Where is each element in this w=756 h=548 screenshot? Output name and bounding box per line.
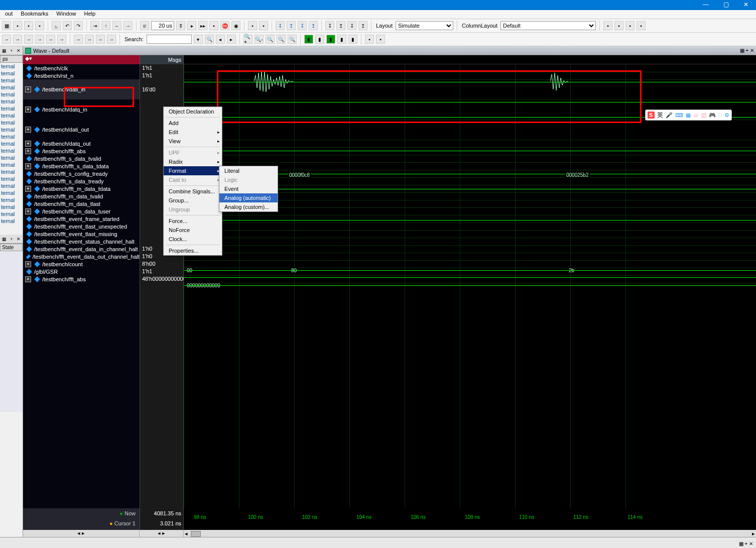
step-icon[interactable]: ↧ bbox=[298, 21, 307, 30]
expand-icon[interactable]: + bbox=[25, 208, 31, 214]
menu-item[interactable]: Literal bbox=[219, 166, 278, 175]
menu-item[interactable]: Group... bbox=[164, 196, 222, 205]
tool-icon[interactable]: ▪ bbox=[603, 21, 612, 30]
tool-icon[interactable]: ▪ bbox=[376, 35, 385, 44]
state-tab[interactable]: State bbox=[0, 244, 23, 251]
break-icon[interactable]: ◉ bbox=[231, 21, 240, 30]
right-icon[interactable]: → bbox=[123, 21, 133, 30]
signal-row[interactable]: +/testbench/fft_m_data_tdata bbox=[23, 185, 140, 192]
left-pane-item[interactable]: ternal bbox=[0, 133, 23, 140]
tool-icon[interactable]: → bbox=[46, 35, 55, 44]
zoom-icon[interactable]: 🔍 bbox=[277, 35, 286, 44]
tool-icon[interactable]: ⎁ bbox=[52, 21, 61, 30]
signal-row[interactable]: /testbench/fft_s_data_tready bbox=[23, 177, 140, 185]
cursor-icon[interactable]: ▮ bbox=[315, 35, 324, 44]
menu-item[interactable]: Properties... bbox=[164, 246, 222, 255]
left-pane-item[interactable]: ternal bbox=[0, 84, 23, 91]
signal-row[interactable]: /testbench/fft_m_data_tlast bbox=[23, 200, 140, 207]
signal-row[interactable]: /testbench/fft_event_data_out_channel_ha… bbox=[23, 253, 140, 260]
zoom-step-icon[interactable]: ⇕ bbox=[176, 21, 185, 30]
left-pane-item[interactable]: ternal bbox=[0, 203, 23, 210]
tool-icon[interactable]: ▪ bbox=[35, 21, 44, 30]
time-scale[interactable]: 98 ns100 ns102 ns104 ns106 ns108 ns110 n… bbox=[184, 508, 756, 530]
left-pane-item[interactable]: ternal bbox=[0, 168, 23, 175]
signal-row[interactable]: /testbench/fft_m_data_tvalid bbox=[23, 192, 140, 200]
tool-icon[interactable]: → bbox=[107, 35, 116, 44]
search-next-icon[interactable]: ▸ bbox=[227, 35, 236, 44]
left-pane-item[interactable]: ternal bbox=[0, 98, 23, 105]
step-icon[interactable]: ↥ bbox=[309, 21, 318, 30]
menu-item[interactable]: Edit▸ bbox=[164, 128, 222, 137]
tool-icon[interactable]: ▪ bbox=[614, 21, 623, 30]
signal-row[interactable]: /testbench/rst_n bbox=[23, 72, 140, 79]
expand-icon[interactable]: + bbox=[25, 127, 31, 133]
signal-row[interactable]: /testbench/fft_event_data_in_channel_hal… bbox=[23, 245, 140, 253]
tool-icon[interactable]: ▪ bbox=[13, 21, 22, 30]
tool-icon[interactable]: → bbox=[57, 35, 66, 44]
run-icon[interactable]: ▸ bbox=[187, 21, 196, 30]
mic-icon[interactable]: 🎤 bbox=[666, 112, 673, 119]
menu-item[interactable]: Event bbox=[219, 184, 278, 193]
ime-toolbar[interactable]: S 英 🎤 ⌨ ▦ ☺ ◫ 🎮 ∷ ⚙ bbox=[645, 109, 732, 121]
signal-row[interactable]: /testbench/fft_event_tlast_unexpected bbox=[23, 223, 140, 230]
search-icon[interactable]: 🔍 bbox=[205, 35, 214, 44]
signal-row[interactable]: +/testbench/fft_abs bbox=[23, 147, 140, 155]
signal-row[interactable]: +/testbench/fft_abs bbox=[23, 275, 140, 283]
left-pane-item[interactable]: ternal bbox=[0, 70, 23, 77]
left-pane-item[interactable]: ternal bbox=[0, 182, 23, 189]
step-icon[interactable]: ↧ bbox=[276, 21, 285, 30]
search-prev-icon[interactable]: ◂ bbox=[216, 35, 225, 44]
signal-row[interactable]: /testbench/clk bbox=[23, 64, 140, 72]
left-pane-item[interactable]: ternal bbox=[0, 196, 23, 203]
signal-row[interactable]: /testbench/fft_s_data_tvalid bbox=[23, 155, 140, 162]
cursor-icon[interactable]: ▮ bbox=[348, 35, 357, 44]
menu-item[interactable]: Add bbox=[164, 119, 222, 128]
menu-item[interactable]: Object Declaration bbox=[164, 107, 222, 116]
tool-icon[interactable]: ▦ bbox=[2, 21, 11, 30]
tool-icon[interactable]: → bbox=[96, 35, 105, 44]
dots-icon[interactable]: ∷ bbox=[718, 112, 722, 119]
redo-icon[interactable]: ↷ bbox=[74, 21, 83, 30]
signal-names[interactable]: /testbench/clk/testbench/rst_n+/testbenc… bbox=[23, 64, 140, 508]
maximize-button[interactable]: ▢ bbox=[716, 1, 736, 10]
left-pane-item[interactable]: ternal bbox=[0, 63, 23, 70]
search-input[interactable] bbox=[147, 35, 192, 44]
cursor-icon[interactable]: ▮ bbox=[337, 35, 346, 44]
menu-out[interactable]: out bbox=[1, 10, 17, 19]
ime-logo-icon[interactable]: S bbox=[648, 112, 655, 119]
expand-icon[interactable]: + bbox=[25, 186, 31, 192]
expand-icon[interactable]: + bbox=[25, 86, 31, 92]
tool-icon[interactable]: → bbox=[13, 35, 22, 44]
left-pane-item[interactable]: ternal bbox=[0, 217, 23, 225]
tool-icon[interactable]: ⎚ bbox=[140, 21, 149, 30]
left-pane-item[interactable]: ternal bbox=[0, 112, 23, 119]
left-pane-item[interactable]: ternal bbox=[0, 161, 23, 168]
expand-icon[interactable]: + bbox=[25, 106, 31, 113]
menu-item[interactable]: NoForce bbox=[164, 226, 222, 235]
layout-select[interactable]: Simulate bbox=[396, 21, 453, 30]
gear-icon[interactable]: ⚙ bbox=[724, 112, 729, 119]
signal-row[interactable]: +/testbench/count bbox=[23, 260, 140, 268]
column-layout-select[interactable]: Default bbox=[500, 21, 596, 30]
menu-item[interactable]: Analog (custom)... bbox=[219, 202, 278, 211]
menu-item[interactable]: Force... bbox=[164, 216, 222, 226]
left-pane-item[interactable]: ternal bbox=[0, 91, 23, 98]
left-pane-tab[interactable]: ps bbox=[0, 55, 23, 63]
search-dropdown-icon[interactable]: ▾ bbox=[194, 35, 203, 44]
expand-icon[interactable]: + bbox=[25, 261, 31, 267]
left-pane-item[interactable]: ternal bbox=[0, 189, 23, 196]
keyboard-icon[interactable]: ⌨ bbox=[675, 112, 683, 119]
tool-icon[interactable]: → bbox=[74, 35, 83, 44]
step-icon[interactable]: ↧ bbox=[347, 21, 356, 30]
menu-window[interactable]: Window bbox=[52, 10, 80, 19]
tool-icon[interactable]: ▪ bbox=[259, 21, 268, 30]
tool-icon[interactable]: → bbox=[85, 35, 94, 44]
left-icon[interactable]: ← bbox=[112, 21, 121, 30]
left-pane-item[interactable]: ternal bbox=[0, 154, 23, 161]
tool-icon[interactable]: ▪ bbox=[24, 21, 33, 30]
tool-icon[interactable]: ⇥ bbox=[90, 21, 99, 30]
tool-icon[interactable]: → bbox=[35, 35, 44, 44]
signal-row[interactable]: +/testbench/dati_out bbox=[23, 120, 140, 140]
zoom-value-input[interactable] bbox=[151, 21, 174, 30]
tool-icon[interactable]: ▪ bbox=[209, 21, 218, 30]
